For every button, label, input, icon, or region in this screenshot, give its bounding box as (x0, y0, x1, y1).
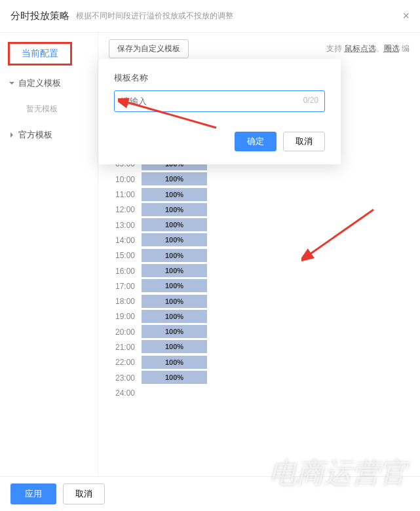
schedule-row[interactable]: 19:00100% (109, 309, 410, 324)
schedule-row[interactable]: 18:00100% (109, 293, 410, 309)
schedule-time-label: 24:00 (109, 388, 142, 398)
schedule-value-cell[interactable]: 100% (142, 172, 207, 186)
toolbar-help: 支持 鼠标点选、圈选 编 (326, 43, 410, 54)
sidebar-item-empty: 暂无模板 (0, 97, 98, 121)
help-link-box[interactable]: 圈选 (384, 44, 400, 53)
sidebar-group-custom-template[interactable]: 自定义模板 (0, 69, 98, 97)
apply-button[interactable]: 应用 (10, 483, 56, 504)
schedule-value-cell[interactable]: 100% (142, 203, 207, 217)
schedule-row[interactable]: 21:00100% (109, 339, 410, 354)
schedule-row[interactable]: 15:00100% (109, 248, 410, 263)
schedule-time-label: 10:00 (109, 175, 142, 184)
schedule-time-label: 23:00 (109, 373, 142, 383)
schedule-value-cell[interactable]: 100% (142, 295, 207, 309)
schedule-row[interactable]: 16:00100% (109, 263, 410, 278)
schedule-time-label: 17:00 (109, 282, 142, 291)
schedule-value-cell[interactable]: 100% (142, 279, 207, 293)
schedule-value-cell[interactable]: 100% (142, 310, 207, 324)
schedule-time-label: 12:00 (109, 205, 142, 214)
schedule-value-cell[interactable]: 100% (142, 264, 207, 278)
schedule-value-cell[interactable]: 100% (142, 188, 207, 202)
schedule-row[interactable]: 10:00100% (109, 172, 410, 187)
save-template-modal: 模板名称 0/20 确定 取消 (98, 59, 341, 164)
schedule-time-label: 20:00 (109, 328, 142, 337)
schedule-row[interactable]: 13:00100% (109, 218, 410, 233)
sidebar-group-label: 自定义模板 (18, 78, 61, 88)
sidebar-group-official-template[interactable]: 官方模板 (0, 121, 98, 149)
schedule-time-label: 18:00 (109, 297, 142, 306)
schedule-value-cell[interactable]: 100% (142, 371, 207, 385)
schedule-time-label: 21:00 (109, 343, 142, 352)
schedule-time-label: 19:00 (109, 312, 142, 321)
cancel-button[interactable]: 取消 (63, 483, 105, 504)
dialog-subtitle: 根据不同时间段进行溢价投放或不投放的调整 (76, 10, 233, 22)
close-icon[interactable]: × (402, 9, 410, 23)
help-link-click[interactable]: 鼠标点选 (345, 44, 376, 53)
modal-confirm-button[interactable]: 确定 (235, 132, 277, 151)
schedule-row[interactable]: 14:00100% (109, 233, 410, 248)
schedule-time-label: 14:00 (109, 236, 142, 245)
schedule-row[interactable]: 20:00100% (109, 324, 410, 339)
toolbar: 保存为自定义模板 支持 鼠标点选、圈选 编 (109, 39, 410, 58)
schedule-row[interactable]: 11:00100% (109, 187, 410, 202)
schedule-time-label: 11:00 (109, 190, 142, 199)
modal-field-label: 模板名称 (114, 72, 325, 84)
schedule-value-cell[interactable]: 100% (142, 218, 207, 232)
schedule-time-label: 15:00 (109, 251, 142, 260)
schedule-time-label: 16:00 (109, 267, 142, 276)
dialog-title: 分时投放策略 (10, 10, 69, 22)
schedule-time-label: 13:00 (109, 221, 142, 230)
save-as-template-button[interactable]: 保存为自定义模板 (109, 39, 189, 58)
schedule-row[interactable]: 23:00100% (109, 370, 410, 385)
schedule-row[interactable]: 12:00100% (109, 202, 410, 218)
schedule-value-cell[interactable]: 100% (142, 249, 207, 263)
watermark: 电商运营官 (269, 455, 407, 491)
modal-cancel-button[interactable]: 取消 (283, 132, 325, 151)
help-sep: 、 (376, 44, 384, 53)
sidebar-group-label: 官方模板 (18, 130, 52, 140)
schedule-row[interactable]: 22:00100% (109, 355, 410, 370)
schedule-row[interactable]: 24:00 (109, 385, 410, 400)
sidebar: 当前配置 自定义模板 暂无模板 官方模板 (0, 33, 98, 478)
schedule-value-cell[interactable]: 100% (142, 356, 207, 369)
schedule-value-cell[interactable]: 100% (142, 325, 207, 339)
template-name-input[interactable] (114, 90, 325, 112)
help-suffix: 编 (402, 44, 410, 53)
schedule-row[interactable]: 17:00100% (109, 278, 410, 293)
dialog-header: 分时投放策略 根据不同时间段进行溢价投放或不投放的调整 × (0, 0, 420, 33)
schedule-time-label: 22:00 (109, 358, 142, 367)
char-count: 0/20 (303, 96, 318, 105)
tab-current-config[interactable]: 当前配置 (8, 42, 72, 66)
schedule-value-cell[interactable]: 100% (142, 340, 207, 354)
help-prefix: 支持 (326, 44, 342, 53)
schedule-value-cell[interactable]: 100% (142, 233, 207, 247)
